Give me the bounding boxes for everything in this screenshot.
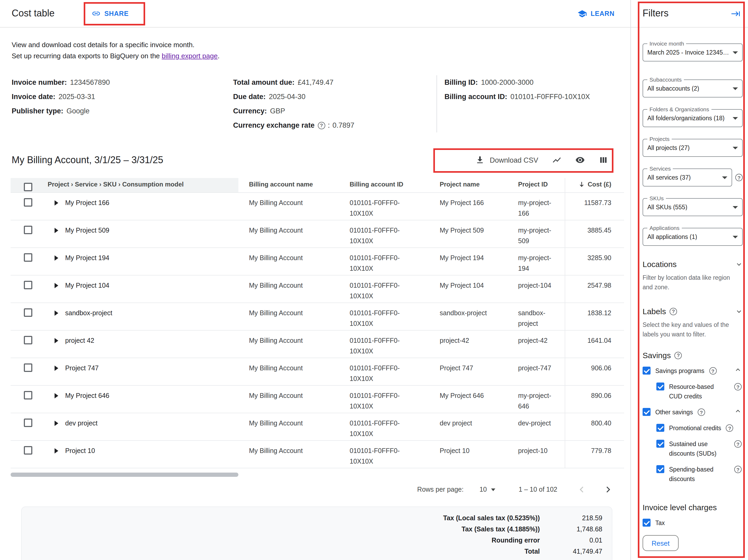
horizontal-scrollbar[interactable] xyxy=(10,472,238,477)
column-header-account-id[interactable]: Billing account ID xyxy=(344,178,435,192)
project-cell: My Project 194 xyxy=(65,253,109,263)
folders-organizations-select[interactable]: Folders & Organizations All folders/orga… xyxy=(642,109,743,127)
tax-checkbox[interactable] xyxy=(642,519,651,527)
expand-row-icon[interactable] xyxy=(54,366,58,371)
select-value: All applications (1) xyxy=(647,234,729,240)
summary-value: 41,749.47 xyxy=(540,546,602,557)
share-label: SHARE xyxy=(104,10,129,17)
billing-export-link[interactable]: billing export page xyxy=(162,52,218,60)
row-checkbox[interactable] xyxy=(24,226,32,234)
invoice-month-select[interactable]: Invoice month March 2025 - Invoice 12345… xyxy=(642,43,743,62)
billing-account-id-cell: 010101-F0FFF0-10X10X xyxy=(344,276,435,303)
labels-section-header[interactable]: Labels xyxy=(642,307,743,316)
invoice-details-col2: Total amount due:£41,749.47 Due date:202… xyxy=(233,75,437,133)
row-checkbox[interactable] xyxy=(24,308,32,317)
skus-select[interactable]: SKUs All SKUs (555) xyxy=(642,198,743,216)
help-icon[interactable] xyxy=(709,367,717,375)
cost-cell: 11587.73 xyxy=(565,193,624,220)
row-checkbox[interactable] xyxy=(24,446,32,454)
resource-cud-checkbox[interactable] xyxy=(656,382,664,391)
expand-row-icon[interactable] xyxy=(54,310,58,316)
download-csv-button[interactable]: Download CSV xyxy=(475,155,538,165)
collapse-panel-button[interactable] xyxy=(731,9,741,18)
locations-section-header[interactable]: Locations xyxy=(642,260,743,269)
learn-button[interactable]: LEARN xyxy=(578,9,614,18)
services-select[interactable]: Services All services (37) xyxy=(642,168,732,186)
column-header-project[interactable]: Project › Service › SKU › Consumption mo… xyxy=(36,178,238,192)
chevron-right-icon xyxy=(603,484,613,495)
visibility-button[interactable] xyxy=(575,155,585,165)
columns-icon xyxy=(599,155,608,165)
invoice-number-label: Invoice number: xyxy=(11,75,67,90)
tax-label: Tax xyxy=(655,518,665,528)
next-page-button[interactable] xyxy=(603,484,613,495)
promotional-credits-checkbox[interactable] xyxy=(656,424,664,432)
row-checkbox[interactable] xyxy=(24,419,32,427)
expand-row-icon[interactable] xyxy=(54,338,58,343)
select-label: Applications xyxy=(647,225,681,231)
invoice-level-charges-header: Invoice level charges xyxy=(642,503,743,512)
help-icon[interactable] xyxy=(734,440,742,448)
help-icon[interactable] xyxy=(735,174,743,181)
savings-title: Savings xyxy=(642,351,671,360)
chevron-up-icon[interactable] xyxy=(734,366,742,374)
help-icon[interactable] xyxy=(675,352,682,359)
previous-page-button[interactable] xyxy=(576,484,587,495)
expand-row-icon[interactable] xyxy=(54,421,58,426)
row-checkbox[interactable] xyxy=(24,391,32,399)
other-savings-checkbox[interactable] xyxy=(642,408,651,416)
rows-per-page-select[interactable]: 10 xyxy=(480,486,495,493)
project-cell: dev project xyxy=(65,418,97,428)
share-button[interactable]: SHARE xyxy=(92,9,129,18)
expand-row-icon[interactable] xyxy=(54,200,58,206)
filter-spending-based-discounts: Spending-based discounts xyxy=(642,465,743,484)
project-id-cell: sandbox-project xyxy=(514,303,565,330)
column-settings-button[interactable] xyxy=(599,155,608,165)
column-header-project-id[interactable]: Project ID xyxy=(514,178,565,192)
cost-cell: 1641.04 xyxy=(565,331,624,358)
summary-value: 1,748.68 xyxy=(540,524,602,535)
row-checkbox[interactable] xyxy=(24,253,32,262)
expand-row-icon[interactable] xyxy=(54,228,58,233)
column-header-project-name[interactable]: Project name xyxy=(435,178,514,192)
row-checkbox[interactable] xyxy=(24,281,32,289)
due-date-value: 2025-04-30 xyxy=(269,90,305,104)
help-icon[interactable] xyxy=(726,424,733,432)
filter-sustained-use-discounts: Sustained use discounts (SUDs) xyxy=(642,439,743,458)
help-icon[interactable] xyxy=(670,307,677,315)
row-checkbox[interactable] xyxy=(24,364,32,372)
table-row: My Project 194 My Billing Account 010101… xyxy=(10,248,624,276)
project-name-cell: My Project 166 xyxy=(435,193,514,220)
help-icon[interactable] xyxy=(734,466,742,473)
filter-other-savings: Other savings xyxy=(642,407,743,417)
download-csv-label: Download CSV xyxy=(490,156,538,164)
billing-account-id-cell: 010101-F0FFF0-10X10X xyxy=(344,220,435,248)
reset-button[interactable]: Reset xyxy=(642,535,679,551)
spending-discounts-checkbox[interactable] xyxy=(656,465,664,473)
chart-view-button[interactable] xyxy=(552,155,562,165)
billing-account-id-value: 010101-F0FFF0-10X10X xyxy=(510,90,590,104)
column-header-account-name[interactable]: Billing account name xyxy=(238,178,344,192)
table-row: My Project 646 My Billing Account 010101… xyxy=(10,386,624,413)
help-icon[interactable] xyxy=(318,122,325,129)
subaccounts-select[interactable]: Subaccounts All subaccounts (2) xyxy=(642,79,743,97)
row-checkbox[interactable] xyxy=(24,336,32,344)
expand-row-icon[interactable] xyxy=(54,255,58,261)
chevron-up-icon[interactable] xyxy=(734,407,742,415)
cost-cell: 906.06 xyxy=(565,358,624,385)
column-header-cost[interactable]: Cost (£) xyxy=(565,178,624,192)
help-icon[interactable] xyxy=(698,409,705,416)
select-value: All SKUs (555) xyxy=(647,204,729,210)
filters-title: Filters xyxy=(642,8,669,19)
help-icon[interactable] xyxy=(734,383,742,391)
promotional-credits-label: Promotional credits xyxy=(669,423,721,433)
applications-select[interactable]: Applications All applications (1) xyxy=(642,228,743,246)
row-checkbox[interactable] xyxy=(24,198,32,207)
savings-programs-checkbox[interactable] xyxy=(642,367,651,375)
expand-row-icon[interactable] xyxy=(54,283,58,288)
expand-row-icon[interactable] xyxy=(54,448,58,453)
projects-select[interactable]: Projects All projects (27) xyxy=(642,139,743,157)
select-all-checkbox[interactable] xyxy=(24,183,32,191)
expand-row-icon[interactable] xyxy=(54,393,58,398)
suds-checkbox[interactable] xyxy=(656,440,664,448)
